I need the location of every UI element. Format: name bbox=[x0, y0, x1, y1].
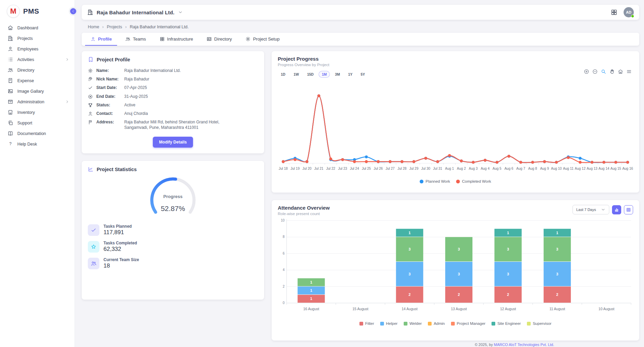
sidebar-item-projects[interactable]: Projects bbox=[0, 33, 75, 44]
footer-link[interactable]: MARCO AIoT Technologies Pvt. Ltd. bbox=[494, 343, 554, 347]
legend-item-admin[interactable]: Admin bbox=[428, 321, 445, 326]
progress-card-title: Project Progress bbox=[278, 56, 633, 62]
bar-view-button[interactable] bbox=[612, 205, 621, 214]
legend-item-fitter[interactable]: Fitter bbox=[359, 321, 374, 326]
grid4-icon bbox=[160, 36, 165, 42]
svg-text:1: 1 bbox=[310, 297, 312, 301]
sidebar-item-administration[interactable]: Administration bbox=[0, 96, 75, 107]
table-grid-icon bbox=[626, 207, 631, 212]
modify-details-button[interactable]: Modify Details bbox=[153, 137, 193, 148]
table-view-button[interactable] bbox=[624, 205, 633, 214]
svg-text:3: 3 bbox=[408, 272, 410, 276]
sidebar-item-documentation[interactable]: Documentation bbox=[0, 128, 75, 139]
sidebar-collapse-button[interactable] bbox=[69, 7, 78, 16]
chart-toolbar bbox=[584, 69, 632, 74]
legend-item-welder[interactable]: Welder bbox=[404, 321, 422, 326]
svg-text:Jul 28: Jul 28 bbox=[398, 167, 407, 170]
sidebar-item-support[interactable]: Support bbox=[0, 118, 75, 128]
tab-project-setup[interactable]: Project Setup bbox=[240, 33, 285, 46]
range-button-15d[interactable]: 15D bbox=[304, 71, 317, 78]
sidebar-item-image-gallary[interactable]: Image Gallary bbox=[0, 86, 75, 96]
date-range-value: Last 7 Days bbox=[576, 208, 596, 212]
range-selector: 1D1W15D1M3M1Y5Y bbox=[278, 71, 633, 78]
sidebar: M PMS DashboardProjectsEmployeesActiviti… bbox=[0, 0, 75, 347]
stat-value: 62,332 bbox=[103, 246, 137, 253]
svg-text:Jul 20: Jul 20 bbox=[302, 167, 311, 170]
legend-item-helper[interactable]: Helper bbox=[380, 321, 398, 326]
home2-icon[interactable] bbox=[618, 69, 623, 74]
range-button-3m[interactable]: 3M bbox=[332, 71, 343, 78]
tab-infrastructure[interactable]: Infrastructure bbox=[154, 33, 199, 46]
hand-icon[interactable] bbox=[609, 69, 615, 74]
sidebar-item-expense[interactable]: Expense bbox=[0, 75, 75, 86]
tab-profile[interactable]: Profile bbox=[85, 33, 117, 46]
apps-grid-button[interactable] bbox=[611, 9, 618, 16]
svg-text:1: 1 bbox=[408, 231, 410, 235]
field-value: Raja Bahadur International Ltd. bbox=[124, 68, 181, 73]
legend-item-completed-work[interactable]: Completed Work bbox=[456, 179, 491, 183]
plus-circle-icon[interactable] bbox=[584, 69, 589, 74]
svg-text:10 August: 10 August bbox=[598, 307, 614, 311]
field-value: Active bbox=[124, 102, 135, 108]
tab-directory[interactable]: Directory bbox=[201, 33, 237, 46]
svg-text:Aug 10: Aug 10 bbox=[551, 167, 562, 170]
range-button-5y[interactable]: 5Y bbox=[357, 71, 368, 78]
sidebar-item-dashboard[interactable]: Dashboard bbox=[0, 22, 75, 33]
range-button-1m[interactable]: 1M bbox=[319, 71, 330, 78]
profile-card-title: Project Profile bbox=[97, 57, 130, 62]
svg-text:Aug 2: Aug 2 bbox=[457, 167, 466, 170]
breadcrumb-item[interactable]: Home bbox=[88, 25, 99, 29]
field-value: Raja Bahadur bbox=[124, 76, 149, 82]
legend-item-project-manager[interactable]: Project Manager bbox=[451, 321, 485, 326]
people-icon bbox=[125, 36, 130, 42]
sidebar-item-label: Administration bbox=[17, 100, 61, 104]
svg-text:1: 1 bbox=[507, 231, 509, 235]
receipt-icon bbox=[7, 78, 13, 84]
building-icon bbox=[7, 35, 13, 41]
legend-label: Admin bbox=[434, 321, 445, 326]
legend-item-planned-work[interactable]: Planned Work bbox=[420, 179, 450, 183]
range-button-1d[interactable]: 1D bbox=[278, 71, 288, 78]
legend-swatch bbox=[359, 322, 363, 326]
range-button-1y[interactable]: 1Y bbox=[345, 71, 356, 78]
breadcrumb-item[interactable]: Projects bbox=[107, 25, 122, 29]
profile-field: Address:Raja Bahadur Mill Rd, behind She… bbox=[88, 119, 258, 130]
svg-text:Jul 23: Jul 23 bbox=[338, 167, 347, 170]
bar-chart-icon bbox=[614, 207, 619, 212]
svg-text:15 August: 15 August bbox=[353, 307, 369, 311]
tab-teams[interactable]: Teams bbox=[120, 33, 151, 46]
date-range-select[interactable]: Last 7 Days bbox=[573, 205, 609, 214]
gear-icon bbox=[88, 68, 93, 73]
legend-label: Fitter bbox=[365, 321, 374, 326]
sidebar-item-label: Documentation bbox=[17, 131, 69, 136]
svg-text:Aug 15: Aug 15 bbox=[610, 167, 621, 170]
magnifier-icon[interactable] bbox=[601, 69, 606, 74]
svg-text:1: 1 bbox=[310, 288, 312, 292]
sidebar-item-help-desk[interactable]: ?Help Desk bbox=[0, 139, 75, 149]
sidebar-item-activities[interactable]: Activities bbox=[0, 54, 75, 65]
tab-label: Teams bbox=[133, 36, 146, 42]
svg-text:Jul 21: Jul 21 bbox=[314, 167, 323, 170]
range-button-1w[interactable]: 1W bbox=[290, 71, 302, 78]
svg-text:3: 3 bbox=[556, 272, 558, 276]
store-icon bbox=[7, 109, 13, 115]
sidebar-item-employees[interactable]: Employees bbox=[0, 44, 75, 54]
sidebar-item-inventory[interactable]: Inventory bbox=[0, 107, 75, 118]
sidebar-item-label: Inventory bbox=[17, 110, 69, 115]
minus-circle-icon[interactable] bbox=[592, 69, 598, 74]
stat-value: 18 bbox=[103, 262, 139, 269]
gear-icon bbox=[245, 36, 251, 42]
legend-item-site-engineer[interactable]: Site Engineer bbox=[492, 321, 521, 326]
chevron-right-icon bbox=[65, 58, 69, 61]
legend-item-supervisor[interactable]: Supervisor bbox=[527, 321, 551, 326]
stat-text: Tasks Completed62,332 bbox=[103, 241, 137, 253]
sidebar-item-label: Help Desk bbox=[17, 142, 69, 147]
user-avatar[interactable]: AD bbox=[624, 7, 634, 17]
help-icon: ? bbox=[7, 141, 13, 147]
company-selector[interactable]: Raja Bahadur International Ltd. bbox=[87, 9, 183, 15]
menu-icon[interactable] bbox=[626, 69, 632, 74]
copy-icon bbox=[7, 120, 13, 126]
profile-field: Contact:Anuj Chordia bbox=[88, 111, 258, 116]
legend-label: Planned Work bbox=[425, 179, 450, 183]
sidebar-item-directory[interactable]: Directory bbox=[0, 65, 75, 75]
